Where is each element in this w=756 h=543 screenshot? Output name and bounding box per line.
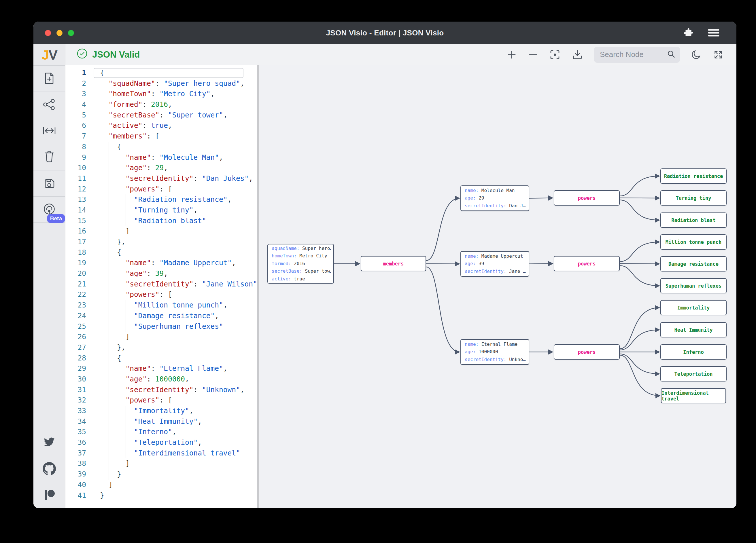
tool-button-share-graph[interactable] [33, 92, 65, 118]
editor-line[interactable]: 39 } [65, 469, 257, 480]
tool-button-new-document[interactable] [33, 65, 65, 92]
editor-line[interactable]: 27 }, [65, 342, 257, 353]
editor-line[interactable]: 26 ] [65, 332, 257, 342]
graph-canvas[interactable]: squadName: Super hero…homeTown: Metro Ci… [259, 65, 736, 508]
center-focus-button[interactable] [549, 49, 561, 60]
editor-line[interactable]: 18 { [65, 247, 257, 258]
json-editor[interactable]: 1{2 "squadName": "Super hero squad",3 "h… [65, 65, 259, 508]
editor-line[interactable]: 38 ] [65, 458, 257, 469]
code-text: "Turning tiny", [91, 205, 257, 216]
zoom-out-button[interactable] [528, 50, 538, 60]
maximize-window-button[interactable] [68, 30, 74, 36]
graph-leaf-node[interactable]: Interdimensional travel [661, 388, 726, 403]
editor-line[interactable]: 34 "Heat Immunity", [65, 416, 257, 427]
graph-leaf-node[interactable]: Heat Immunity [660, 322, 727, 337]
tool-button-api-beta[interactable]: Beta [33, 196, 65, 223]
editor-line[interactable]: 25 "Superhuman reflexes" [65, 321, 257, 332]
editor-line[interactable]: 20 "age": 39, [65, 268, 257, 279]
editor-line[interactable]: 16 ] [65, 226, 257, 237]
editor-line[interactable]: 29 "name": "Eternal Flame", [65, 363, 257, 374]
editor-line[interactable]: 14 "Turning tiny", [65, 205, 257, 216]
editor-line[interactable]: 4 "formed": 2016, [65, 99, 257, 110]
editor-line[interactable]: 24 "Damage resistance", [65, 311, 257, 321]
graph-leaf-node[interactable]: Superhuman reflexes [660, 278, 727, 293]
editor-line[interactable]: 23 "Million tonne punch", [65, 300, 257, 311]
editor-line[interactable]: 5 "secretBase": "Super tower", [65, 110, 257, 121]
social-button-github[interactable] [33, 456, 65, 482]
code-text: }, [91, 237, 257, 247]
graph-leaf-node[interactable]: Teleportation [660, 366, 727, 381]
line-number: 16 [65, 226, 91, 237]
search-node-box [594, 47, 680, 63]
editor-line[interactable]: 2 "squadName": "Super hero squad", [65, 78, 257, 89]
graph-parent-node-powers-2[interactable]: powers [554, 256, 620, 271]
minimize-window-button[interactable] [56, 30, 63, 36]
social-button-patreon[interactable] [33, 482, 65, 508]
social-button-twitter[interactable] [33, 429, 65, 456]
graph-leaf-node[interactable]: Immortality [660, 300, 727, 315]
graph-object-node-member-1[interactable]: name: Molecule Manage: 29secretIdentity:… [460, 186, 529, 211]
editor-line[interactable]: 10 "age": 29, [65, 163, 257, 173]
editor-line[interactable]: 1{ [65, 68, 257, 78]
graph-parent-node-members[interactable]: members [361, 256, 426, 271]
graph-leaf-node[interactable]: Million tonne punch [660, 235, 727, 250]
graph-object-node-root[interactable]: squadName: Super hero…homeTown: Metro Ci… [267, 244, 334, 283]
menu-icon[interactable] [707, 28, 720, 38]
tool-button-save[interactable] [33, 170, 65, 196]
line-number: 12 [65, 184, 91, 195]
editor-line[interactable]: 36 "Teleportation", [65, 437, 257, 448]
editor-line[interactable]: 30 "age": 1000000, [65, 374, 257, 385]
editor-line[interactable]: 35 "Inferno", [65, 427, 257, 437]
editor-line[interactable]: 28 { [65, 353, 257, 364]
graph-leaf-node[interactable]: Inferno [660, 344, 727, 359]
editor-line[interactable]: 3 "homeTown": "Metro City", [65, 89, 257, 99]
editor-line[interactable]: 12 "powers": [ [65, 184, 257, 195]
line-number: 14 [65, 205, 91, 216]
graph-parent-node-powers-3[interactable]: powers [554, 344, 620, 359]
editor-line[interactable]: 21 "secretIdentity": "Jane Wilson", [65, 279, 257, 289]
editor-line[interactable]: 17 }, [65, 237, 257, 247]
search-node-input[interactable] [599, 50, 664, 59]
editor-line[interactable]: 31 "secretIdentity": "Unknown", [65, 385, 257, 395]
close-window-button[interactable] [45, 30, 51, 36]
editor-line[interactable]: 33 "Immortality", [65, 406, 257, 416]
editor-scrollbar[interactable] [244, 65, 244, 508]
editor-line[interactable]: 6 "active": true, [65, 120, 257, 131]
download-button[interactable] [572, 49, 583, 60]
tool-button-fit-width[interactable] [33, 118, 65, 144]
editor-line[interactable]: 37 "Interdimensional travel" [65, 448, 257, 459]
fullscreen-button[interactable] [713, 49, 724, 60]
code-text: "Damage resistance", [91, 311, 257, 321]
editor-line[interactable]: 13 "Radiation resistance", [65, 194, 257, 205]
editor-line[interactable]: 19 "name": "Madame Uppercut", [65, 258, 257, 268]
fit-width-icon [42, 126, 56, 136]
graph-object-node-member-2[interactable]: name: Madame Uppercutage: 39secretIdenti… [460, 251, 529, 277]
code-text: "age": 1000000, [91, 374, 257, 385]
dark-mode-moon-button[interactable] [691, 49, 702, 60]
editor-line[interactable]: 9 "name": "Molecule Man", [65, 152, 257, 163]
graph-object-node-member-3[interactable]: name: Eternal Flameage: 1000000secretIde… [460, 339, 529, 365]
line-number: 24 [65, 311, 91, 321]
line-number: 39 [65, 469, 91, 480]
code-text: "Heat Immunity", [91, 416, 257, 427]
editor-line[interactable]: 32 "powers": [ [65, 395, 257, 406]
graph-leaf-node[interactable]: Turning tiny [660, 190, 727, 206]
puzzle-extension-icon[interactable] [683, 27, 694, 38]
zoom-in-button[interactable] [506, 50, 517, 60]
line-number: 5 [65, 110, 91, 121]
editor-line[interactable]: 7 "members": [ [65, 131, 257, 142]
tool-button-clear-trash[interactable] [33, 144, 65, 170]
editor-line[interactable]: 22 "powers": [ [65, 289, 257, 300]
editor-line[interactable]: 11 "secretIdentity": "Dan Jukes", [65, 173, 257, 184]
graph-leaf-node[interactable]: Damage resistance [660, 256, 727, 272]
editor-line[interactable]: 8 { [65, 142, 257, 152]
editor-line[interactable]: 40 ] [65, 480, 257, 490]
editor-line[interactable]: 15 "Radiation blast" [65, 216, 257, 226]
code-text: "squadName": "Super hero squad", [91, 78, 257, 89]
graph-leaf-node[interactable]: Radiation blast [660, 213, 727, 228]
share-graph-icon [43, 99, 56, 111]
graph-parent-node-powers-1[interactable]: powers [554, 190, 620, 206]
graph-leaf-node[interactable]: Radiation resistance [660, 169, 727, 184]
editor-line[interactable]: 41} [65, 490, 257, 501]
code-text: "homeTown": "Metro City", [91, 89, 257, 99]
